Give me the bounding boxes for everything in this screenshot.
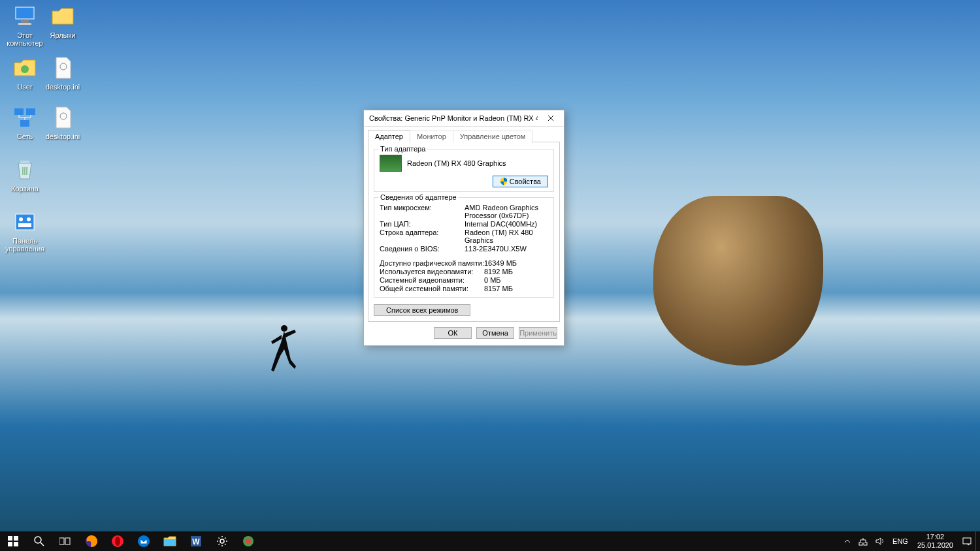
icon-label: Ярлыки: [38, 31, 88, 39]
desktop-icon-recycle-bin[interactable]: Корзина: [0, 157, 50, 193]
svg-rect-17: [14, 542, 18, 546]
svg-rect-26: [164, 539, 176, 546]
svg-rect-8: [16, 214, 34, 230]
tray-clock[interactable]: 17:02 25.01.2020: [912, 533, 958, 550]
adapter-info-group: Сведения об адаптере Тип микросхем:AMD R…: [374, 197, 554, 298]
close-icon: [547, 115, 554, 121]
folder-icon: [50, 3, 76, 29]
task-view-button[interactable]: [52, 531, 78, 551]
taskbar-app-settings[interactable]: [209, 531, 235, 551]
word-icon: W: [189, 535, 203, 548]
taskbar-right: ENG 17:02 25.01.2020: [840, 531, 980, 551]
svg-point-29: [220, 539, 224, 543]
language-indicator: ENG: [892, 537, 908, 545]
svg-point-0: [281, 325, 287, 332]
chip-type-label: Тип микросхем:: [380, 204, 465, 219]
taskbar-app-generic[interactable]: [235, 531, 261, 551]
opera-icon: [111, 535, 124, 548]
shared-mem-value: 8157 МБ: [484, 285, 548, 292]
wallpaper-rock: [653, 196, 823, 366]
network-icon: [12, 104, 38, 131]
computer-icon: [12, 3, 38, 29]
cancel-button[interactable]: Отмена: [476, 327, 514, 339]
svg-rect-1: [16, 7, 34, 19]
list-all-modes-button[interactable]: Список всех режимов: [374, 304, 470, 316]
tab-monitor[interactable]: Монитор: [410, 131, 453, 143]
bios-info-value: 113-2E3470U.X5W: [465, 245, 548, 253]
tab-content: Тип адаптера Radeon (TM) RX 480 Graphics…: [368, 142, 560, 322]
tray-notifications-button[interactable]: [958, 531, 975, 551]
network-tray-icon: [858, 537, 868, 546]
used-mem-label: Используется видеопамяти:: [380, 268, 484, 276]
clock-time: 17:02: [917, 533, 953, 541]
display-adapter-properties-dialog: Свойства: Generic PnP Monitor и Radeon (…: [363, 110, 564, 346]
desktop-icon-control-panel[interactable]: Панель управления: [0, 209, 50, 253]
tray-language-button[interactable]: ENG: [889, 531, 912, 551]
used-mem-value: 8192 МБ: [484, 268, 548, 276]
svg-point-31: [246, 539, 251, 544]
desktop-icon-ini2[interactable]: desktop.ini: [38, 104, 88, 140]
search-button[interactable]: [26, 531, 52, 551]
sys-vid-mem-value: 0 МБ: [484, 276, 548, 284]
search-icon: [34, 536, 44, 546]
tray-volume-button[interactable]: [872, 531, 889, 551]
dac-type-value: Internal DAC(400MHz): [465, 220, 548, 228]
tray-expand-button[interactable]: [840, 531, 855, 551]
folder-icon: [12, 55, 38, 81]
desktop-icon-ini1[interactable]: desktop.ini: [38, 55, 88, 91]
svg-point-4: [21, 65, 29, 73]
dialog-titlebar[interactable]: Свойства: Generic PnP Monitor и Radeon (…: [364, 110, 564, 127]
close-button[interactable]: [538, 110, 564, 126]
taskbar-app-word[interactable]: W: [183, 531, 209, 551]
taskbar-app-opera[interactable]: [105, 531, 131, 551]
svg-point-9: [19, 217, 23, 221]
svg-rect-2: [21, 20, 29, 23]
svg-rect-32: [859, 543, 862, 545]
wallpaper-runner: [265, 323, 297, 375]
tab-color-management[interactable]: Управление цветом: [453, 131, 533, 143]
desktop[interactable]: Этот компьютер User Сеть Корзина Панель …: [0, 0, 980, 531]
ok-button[interactable]: ОК: [434, 327, 472, 339]
taskbar-app-mail[interactable]: [131, 531, 157, 551]
button-label: Свойства: [510, 178, 541, 185]
task-view-icon: [59, 537, 71, 546]
show-desktop-button[interactable]: [975, 531, 980, 551]
adapter-string-value: Radeon (TM) RX 480 Graphics: [465, 228, 548, 244]
svg-line-19: [41, 543, 44, 546]
svg-rect-3: [18, 23, 31, 25]
svg-text:W: W: [192, 537, 200, 546]
chevron-up-icon: [844, 538, 851, 544]
taskbar-app-explorer[interactable]: [157, 531, 183, 551]
start-button[interactable]: [0, 531, 26, 551]
avail-mem-label: Доступно графической памяти:: [380, 259, 484, 267]
svg-point-18: [35, 537, 41, 543]
notification-icon: [962, 537, 972, 546]
tray-network-button[interactable]: [855, 531, 872, 551]
shared-mem-label: Общей системной памяти:: [380, 285, 484, 292]
desktop-icon-shortcuts[interactable]: Ярлыки: [38, 3, 88, 39]
video-card-icon: [380, 155, 402, 172]
taskbar-app-firefox[interactable]: [78, 531, 105, 551]
dialog-buttons: ОК Отмена Применить: [364, 322, 564, 345]
app-icon: [242, 535, 254, 547]
windows-icon: [8, 536, 18, 546]
icon-label: desktop.ini: [38, 133, 88, 140]
svg-rect-34: [963, 538, 971, 544]
svg-rect-33: [864, 543, 867, 545]
clock-date: 25.01.2020: [917, 541, 953, 550]
bios-info-label: Сведения о BIOS:: [380, 245, 465, 253]
group-label: Тип адаптера: [378, 145, 427, 153]
dialog-title: Свойства: Generic PnP Monitor и Radeon (…: [369, 114, 538, 122]
svg-point-10: [27, 217, 31, 221]
svg-rect-6: [26, 108, 35, 115]
volume-icon: [875, 537, 885, 546]
dac-type-label: Тип ЦАП:: [380, 220, 465, 228]
recycle-bin-icon: [12, 157, 38, 183]
adapter-properties-button[interactable]: Свойства: [493, 176, 548, 187]
svg-rect-21: [65, 538, 70, 544]
apply-button[interactable]: Применить: [519, 327, 557, 339]
gear-icon: [216, 535, 228, 547]
tab-adapter[interactable]: Адаптер: [368, 130, 410, 142]
svg-point-24: [115, 537, 120, 546]
file-icon: [50, 104, 76, 131]
